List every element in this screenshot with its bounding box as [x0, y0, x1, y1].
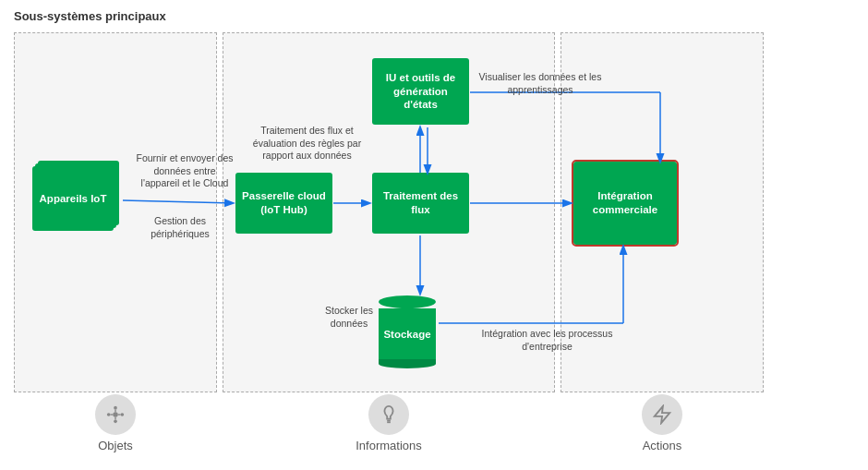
informations-label: Informations: [356, 439, 422, 452]
svg-point-11: [107, 413, 111, 416]
page-title: Sous-systèmes principaux: [14, 9, 854, 23]
ui-box: IU et outils de génération d'états: [372, 58, 469, 125]
informations-icon: [368, 394, 409, 435]
page: Sous-systèmes principaux Appareils IoT P…: [0, 0, 868, 470]
traitement-label: Traitement des flux et évaluation des rè…: [249, 125, 365, 163]
objets-icon: [95, 394, 136, 435]
col-informations-footer: Informations: [223, 394, 555, 452]
integration-box: Intégration commerciale: [573, 162, 677, 245]
iot-front: Appareils IoT: [32, 166, 114, 231]
visualiser-label: Visualiser les données et les apprentiss…: [476, 71, 605, 96]
col-objets-footer: Objets: [14, 394, 217, 452]
stream-box: Traitement des flux: [372, 173, 469, 234]
objets-label: Objets: [98, 439, 133, 452]
col-actions-footer: Actions: [561, 394, 764, 452]
actions-label: Actions: [643, 439, 682, 452]
svg-marker-21: [655, 406, 670, 423]
diagram: Appareils IoT Passerelle cloud (IoT Hub)…: [14, 32, 854, 420]
gateway-box: Passerelle cloud (IoT Hub): [235, 173, 332, 234]
cylinder-body: Stockage: [379, 308, 436, 359]
storage-box: Stockage: [379, 295, 436, 368]
svg-point-12: [121, 413, 125, 416]
actions-icon: [642, 394, 682, 435]
integration-process-label: Intégration avec les processus d'entrepr…: [476, 328, 619, 353]
fournir-label: Fournir et envoyer des données entre l'a…: [134, 152, 235, 190]
svg-point-14: [114, 420, 117, 424]
cylinder-top: [379, 295, 436, 308]
storage-label: Stockage: [383, 329, 430, 340]
svg-point-10: [113, 412, 118, 417]
cylinder-bottom: [379, 359, 436, 368]
stocker-label: Stocker les données: [320, 305, 378, 330]
gestion-label: Gestion des périphériques: [134, 215, 226, 240]
svg-point-13: [114, 406, 117, 410]
